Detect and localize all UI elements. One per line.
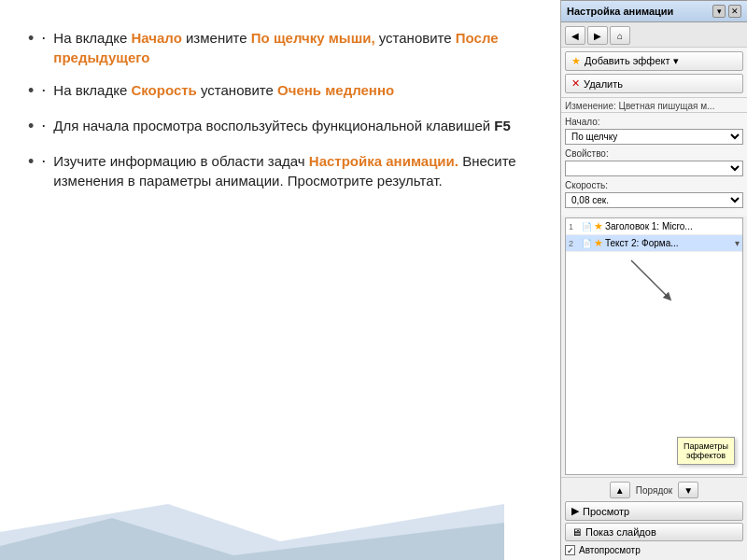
preview-button[interactable]: ▶ Просмотр xyxy=(565,501,743,521)
change-label: Изменение: Цветная пишущая м... xyxy=(561,98,747,113)
anim-text-2: Текст 2: Форма... xyxy=(605,238,679,248)
anim-num-1: 1 xyxy=(569,222,582,231)
highlight-po-shchelchku: По щелчку мыши, xyxy=(251,30,375,46)
slideshow-button[interactable]: 🖥 Показ слайдов xyxy=(565,523,743,541)
panel-title: Настройка анимации xyxy=(567,6,673,17)
action-buttons: ★ Добавить эффект ▾ ✕ Удалить xyxy=(561,48,747,98)
bullet-dot: · xyxy=(41,151,46,172)
bullet-dot: · xyxy=(41,116,46,136)
add-effect-label: Добавить эффект ▾ xyxy=(585,55,679,67)
bullet-text-1: На вкладке Начало измените По щелчку мыш… xyxy=(53,28,542,67)
speed-label: Скорость: xyxy=(565,180,743,190)
anim-page-icon-1: 📄 xyxy=(582,222,592,231)
list-item: · Изучите информацию в области задач Нас… xyxy=(28,151,542,190)
arrow-svg xyxy=(622,260,697,307)
list-item: · На вкладке Начало измените По щелчку м… xyxy=(28,28,542,67)
panel-titlebar: Настройка анимации ▾ ✕ xyxy=(561,1,747,22)
bullet-dot: · xyxy=(41,80,46,101)
form-section: Начало: По щелчку Свойство: Скорость: 0,… xyxy=(561,113,747,216)
anim-page-icon-2: 📄 xyxy=(582,239,592,248)
highlight-skorost: Скорость xyxy=(131,82,196,98)
bullet-list: · На вкладке Начало измените По щелчку м… xyxy=(28,28,542,190)
property-label: Свойство: xyxy=(565,148,743,159)
nav-back-button[interactable]: ◀ xyxy=(565,26,585,45)
speed-select[interactable]: 0,08 сек. xyxy=(565,192,743,208)
tooltip-text: Параметрыэффектов xyxy=(684,441,728,460)
slideshow-icon: 🖥 xyxy=(571,526,582,538)
change-text: Изменение: Цветная пишущая м... xyxy=(565,101,714,111)
order-row: ▲ Порядок ▼ xyxy=(565,481,743,499)
star-icon: ★ xyxy=(571,55,581,67)
play-icon: ▶ xyxy=(571,505,579,517)
preview-label: Просмотр xyxy=(583,506,629,517)
close-button[interactable]: ✕ xyxy=(728,5,741,18)
animation-list: 1 📄 ★ Заголовок 1: Micro... 2 📄 ★ Текст … xyxy=(565,217,743,475)
bottom-controls: ▲ Порядок ▼ ▶ Просмотр 🖥 Показ слайдов ✓… xyxy=(561,477,747,560)
anim-text-1: Заголовок 1: Micro... xyxy=(605,221,693,231)
order-up-button[interactable]: ▲ xyxy=(610,482,630,498)
bullet-text-4: Изучите информацию в области задач Настр… xyxy=(53,151,542,190)
list-item: · На вкладке Скорость установите Очень м… xyxy=(28,80,542,103)
order-label: Порядок xyxy=(636,485,672,496)
nav-forward-button[interactable]: ▶ xyxy=(587,26,608,45)
left-panel: · На вкладке Начало измените По щелчку м… xyxy=(0,0,560,560)
highlight-nachalo: Начало xyxy=(131,30,181,46)
order-down-button[interactable]: ▼ xyxy=(678,482,698,498)
anim-num-2: 2 xyxy=(569,239,582,248)
autopreview-checkbox[interactable]: ✓ xyxy=(565,545,575,555)
remove-button[interactable]: ✕ Удалить xyxy=(565,74,743,93)
animation-panel: Настройка анимации ▾ ✕ ◀ ▶ ⌂ ★ Добавить … xyxy=(560,0,747,560)
anim-dropdown-icon-2[interactable]: ▾ xyxy=(735,238,740,248)
bottom-decoration xyxy=(0,504,560,560)
start-select[interactable]: По щелчку xyxy=(565,129,743,145)
anim-star-icon-2: ★ xyxy=(594,237,603,249)
anim-item-2[interactable]: 2 📄 ★ Текст 2: Форма... ▾ xyxy=(566,235,742,252)
add-effect-button[interactable]: ★ Добавить эффект ▾ xyxy=(565,51,743,71)
bullet-text-3: Для начала просмотра воспользуйтесь функ… xyxy=(53,116,511,135)
autopreview-row: ✓ Автопросмотр xyxy=(565,543,743,557)
titlebar-controls: ▾ ✕ xyxy=(712,5,741,18)
slideshow-label: Показ слайдов xyxy=(585,526,656,538)
highlight-ochen-medlenno: Очень медленно xyxy=(277,82,394,98)
highlight-f5: F5 xyxy=(494,118,511,133)
anim-star-icon-1: ★ xyxy=(594,220,603,232)
bullet-dot: · xyxy=(41,28,46,49)
nav-buttons-row: ◀ ▶ ⌂ xyxy=(561,22,747,48)
bullet-text-2: На вкладке Скорость установите Очень мед… xyxy=(53,80,394,100)
property-select[interactable] xyxy=(565,161,743,176)
anim-item-1[interactable]: 1 📄 ★ Заголовок 1: Micro... xyxy=(566,218,742,235)
tooltip-box: Параметрыэффектов xyxy=(677,437,735,465)
minimize-button[interactable]: ▾ xyxy=(712,5,726,18)
remove-label: Удалить xyxy=(584,78,623,90)
start-label: Начало: xyxy=(565,117,743,127)
list-item: · Для начала просмотра воспользуйтесь фу… xyxy=(28,116,542,138)
remove-icon: ✕ xyxy=(571,77,580,90)
highlight-nastroyka: Настройка анимации. xyxy=(309,153,458,169)
autopreview-label: Автопросмотр xyxy=(579,545,641,555)
nav-home-button[interactable]: ⌂ xyxy=(610,26,630,45)
svg-line-2 xyxy=(631,260,669,298)
